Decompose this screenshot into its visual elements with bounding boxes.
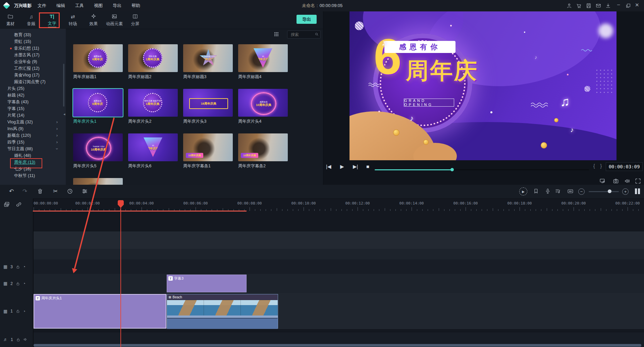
audio-beat-icon[interactable] [555,188,561,195]
fit-timeline-icon[interactable] [567,188,574,195]
sidebar-item-Vlog主题[interactable]: Vlog主题 (32)› [0,119,66,125]
sidebar-item-七夕[interactable]: 七夕 (16) [0,166,66,172]
search-icon[interactable] [314,32,319,37]
sidebar-item-美食Vlog[interactable]: 美食Vlog (17) [0,72,66,78]
track-lock-icon[interactable] [16,281,20,286]
template-name[interactable]: 周年庆标题3 [183,74,206,80]
chevron-right-icon[interactable]: › [56,125,58,132]
zoom-in-icon[interactable]: + [622,188,629,195]
download-icon[interactable] [605,3,611,9]
duration-clock-icon[interactable] [67,188,73,195]
save-icon[interactable] [586,3,592,9]
sidebar-item-字幕[interactable]: 字幕 (15) [0,105,66,112]
template-thumbnail-周年庆标题2[interactable]: 周年庆典1周年庆典 [128,44,178,72]
template-thumbnail-周年庆字幕条1[interactable]: 10周年庆典 [183,133,233,161]
template-name[interactable]: 周年庆字幕条2 [238,163,266,169]
template-name[interactable]: 周年庆标题4 [238,74,261,80]
adjust-sliders-icon[interactable] [82,188,88,195]
menu-item-3[interactable]: 视图 [94,3,103,9]
chevron-down-icon[interactable]: › [54,148,60,150]
sidebar-item-霓虹[interactable]: 霓虹 (15) [0,38,66,45]
sidebar-item-节日主题[interactable]: 节日主题 (88)› [0,146,66,152]
sidebar-item-标题[interactable]: 标题 (42) [0,92,66,99]
sidebar-item-片尾[interactable]: 片尾 (14) [0,112,66,119]
template-name[interactable]: 周年庆片头6 [128,163,151,169]
sidebar-item-新概念[interactable]: 新概念 (120)› [0,132,66,139]
track-height-toggle-icon[interactable] [635,188,640,194]
track-lock-icon[interactable] [16,337,20,342]
feedback-mail-icon[interactable] [595,3,601,9]
auto-ripple-link-icon[interactable] [15,201,23,209]
menu-item-2[interactable]: 工具 [75,3,84,9]
timeline-clip-beach-video[interactable]: ▦ Beach [167,294,278,329]
render-preview-icon[interactable]: ▶ [519,187,527,195]
template-thumbnail-周年庆字幕条2[interactable]: 10周年庆典 [238,133,288,161]
template-thumbnail-周年庆片头4[interactable]: 感恩有你10周年庆典 [238,89,288,117]
next-frame-button[interactable]: ▶| [353,164,358,170]
tab-动画元素[interactable]: 动画元素 [104,11,125,29]
sidebar-item-周年庆[interactable]: 周年庆 (13) [0,159,66,166]
tab-转场[interactable]: ⇄转场 [62,11,83,29]
video-preview[interactable]: 感恩有你 6 周年庆 GRAND OPENING ♪ ♪ ♫ ♪ ♪ [350,11,616,160]
zoom-out-icon[interactable]: − [578,188,585,195]
sidebar-item-中秋节[interactable]: 中秋节 (11) [0,172,66,179]
tab-素材[interactable]: 素材 [0,11,21,29]
template-name[interactable]: 周年庆标题2 [128,74,151,80]
template-name[interactable]: 周年庆片头1 [73,119,96,124]
template-name[interactable]: 周年庆标题1 [73,74,96,80]
track-mute-icon[interactable] [23,337,28,342]
template-name[interactable]: 周年庆片头5 [73,163,96,169]
chevron-right-icon[interactable]: › [56,139,58,146]
sidebar-item-工作汇报[interactable]: 工作汇报 (12) [0,65,66,72]
chevron-right-icon[interactable]: › [56,119,58,125]
template-thumbnail-周年庆片头3[interactable]: 16周年庆典 [183,89,233,117]
menu-item-1[interactable]: 编辑 [56,3,65,9]
restore-button[interactable] [625,3,631,9]
menu-item-0[interactable]: 文件 [38,3,46,9]
template-thumbnail-周年庆片头5[interactable]: THANK YOU10周年庆典 [73,133,123,161]
sidebar-item-四季[interactable]: 四季 (15)› [0,139,66,146]
volume-icon[interactable] [624,178,631,184]
sidebar-scrollbar[interactable] [63,64,64,107]
track-visibility-icon[interactable]: ◔ [23,281,25,286]
sidebar-item-Ins风[interactable]: Ins风 (9)› [0,125,66,132]
track-lock-icon[interactable] [16,309,20,313]
account-icon[interactable] [566,3,572,9]
template-name[interactable]: 周年庆片头4 [238,119,261,124]
track-visibility-icon[interactable]: ◔ [23,264,25,269]
template-name[interactable]: 周年庆片头2 [128,119,151,124]
timeline-clip-subtitle[interactable]: T 字幕3 [167,275,247,292]
add-track-icon[interactable] [3,201,11,209]
sidebar-item-音乐幻想[interactable]: 音乐幻想 (11) [0,45,66,52]
mark-in-out-icon[interactable]: { } [593,163,604,169]
template-name[interactable]: 周年庆字幕条1 [183,163,211,169]
tab-音频[interactable]: ♫音频 [21,11,42,29]
playback-progress-handle[interactable] [450,168,454,171]
menu-item-5[interactable]: 帮助 [131,3,140,9]
template-thumbnail-周年庆片头1[interactable]: 感恩有你6周年庆 [73,89,123,117]
timeline-clip-intro-template[interactable]: T 周年庆片头1 [34,294,166,329]
timeline-horizontal-scrollbar[interactable] [34,344,641,347]
search-input[interactable] [290,31,314,38]
video-track-2-lane[interactable] [33,274,644,293]
chevron-right-icon[interactable]: › [56,132,58,139]
timeline-empty-lane[interactable] [33,249,644,260]
tab-文字[interactable]: T|文字 [42,11,62,29]
template-thumbnail-周年庆片头6[interactable]: 10周年庆典 [128,133,178,161]
tab-分屏[interactable]: 分屏 [125,11,146,29]
sidebar-item-字幕条[interactable]: 字幕条 (43) [0,99,66,105]
template-thumbnail-周年庆标题4[interactable]: 10周年庆典 [238,44,288,72]
template-thumbnail-周年庆标题3[interactable]: 10 THANK YOU周年庆典 [183,44,233,72]
video-track-3-lane[interactable] [33,259,644,274]
playhead-line[interactable] [120,201,121,347]
undo-icon[interactable]: ↶ [8,188,15,195]
menu-item-4[interactable]: 导出 [113,3,121,9]
split-scissors-icon[interactable]: ✂ [52,188,59,195]
play-button[interactable]: ▶ [340,164,344,170]
track-visibility-icon[interactable]: ◔ [23,309,25,314]
playback-quality-icon[interactable] [599,178,606,184]
timeline-zoom-slider[interactable] [589,191,619,192]
close-button[interactable]: ✕ [635,2,639,8]
sidebar-item-教育[interactable]: 教育 (33) [0,32,66,38]
sidebar-collapse-icon[interactable]: ◂ [63,112,65,116]
